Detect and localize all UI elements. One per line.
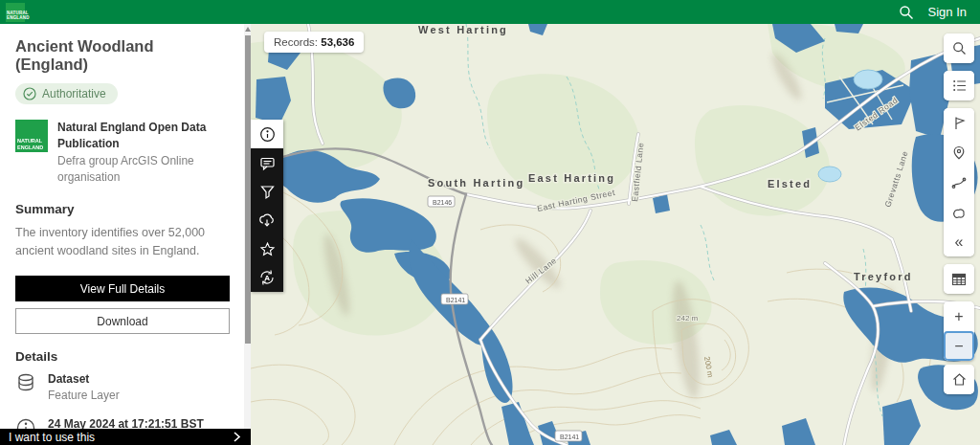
scrollbar-thumb[interactable] bbox=[245, 35, 251, 344]
home-button[interactable] bbox=[944, 365, 974, 394]
org-name: Natural England Open Data Publication bbox=[57, 120, 230, 153]
info-icon bbox=[259, 126, 276, 143]
basemap-icon bbox=[951, 206, 967, 219]
bookmark-flag-icon bbox=[952, 116, 967, 130]
measure-icon bbox=[951, 176, 967, 189]
i-want-to-use-this-bar[interactable]: I want to use this bbox=[0, 429, 251, 445]
comment-tool-button[interactable] bbox=[251, 148, 283, 177]
detail-info-updated: 24 May 2024 at 17:21:51 BST Info Updated bbox=[15, 416, 230, 429]
map-search-button[interactable] bbox=[944, 33, 974, 63]
sign-in-link[interactable]: Sign In bbox=[928, 5, 967, 19]
check-circle-icon bbox=[23, 87, 36, 100]
authoritative-badge: Authoritative bbox=[15, 83, 118, 104]
info-tool-button[interactable] bbox=[251, 120, 283, 148]
map-canvas[interactable]: West Harting South Harting East Harting … bbox=[251, 24, 980, 445]
location-button[interactable] bbox=[944, 138, 974, 167]
open-table-button[interactable] bbox=[944, 264, 974, 294]
detail-dataset: Dataset Feature Layer bbox=[15, 371, 230, 404]
chevron-right-icon bbox=[233, 432, 241, 442]
favorite-tool-button[interactable] bbox=[251, 234, 283, 263]
map-label-242m: 242 m bbox=[677, 314, 699, 323]
database-icon bbox=[15, 372, 36, 393]
legend-icon bbox=[952, 78, 967, 93]
comment-icon bbox=[259, 155, 276, 171]
filter-icon bbox=[259, 184, 276, 200]
records-value: 53,636 bbox=[321, 36, 354, 48]
map-label-treyford: Treyford bbox=[854, 271, 913, 282]
records-count-badge: Records: 53,636 bbox=[264, 32, 364, 53]
org-logo: NATURAL ENGLAND bbox=[15, 120, 48, 152]
map-container: West Harting South Harting East Harting … bbox=[251, 24, 980, 445]
collapse-icon: « bbox=[955, 234, 964, 250]
filter-tool-button[interactable] bbox=[251, 177, 283, 206]
star-icon bbox=[259, 241, 276, 257]
legend-button[interactable] bbox=[944, 71, 974, 100]
map-tools: « + − bbox=[944, 33, 974, 402]
search-icon[interactable] bbox=[896, 2, 917, 23]
top-nav-bar: NATURAL ENGLAND Sign In bbox=[0, 0, 980, 24]
map-label-south-harting: South Harting bbox=[428, 177, 524, 189]
svg-text:B2141: B2141 bbox=[446, 297, 465, 303]
summary-text: The inventory identifies over 52,000 anc… bbox=[15, 224, 230, 261]
zoom-out-button[interactable]: − bbox=[944, 331, 974, 361]
map-label-west-harting: West Harting bbox=[418, 24, 508, 35]
location-pin-icon bbox=[952, 145, 966, 160]
details-heading: Details bbox=[15, 349, 230, 364]
download-button[interactable]: Download bbox=[15, 308, 230, 334]
org-subtitle: Defra group ArcGIS Online organisation bbox=[57, 153, 230, 187]
sidebar-scrollbar[interactable] bbox=[244, 24, 251, 429]
natural-england-logo[interactable]: NATURAL ENGLAND bbox=[6, 3, 25, 22]
map-side-toolbar: A bbox=[251, 120, 283, 292]
road-shield-b2141-south: B2141 bbox=[555, 431, 582, 441]
zoom-in-button[interactable]: + bbox=[944, 301, 974, 331]
item-details-panel: Ancient Woodland (England) Authoritative… bbox=[0, 24, 251, 445]
svg-text:B2146: B2146 bbox=[433, 199, 452, 206]
minus-icon: − bbox=[954, 339, 963, 354]
organisation-link[interactable]: NATURAL ENGLAND Natural England Open Dat… bbox=[15, 120, 230, 187]
page-title: Ancient Woodland (England) bbox=[15, 37, 230, 74]
map-label-east-harting: East Harting bbox=[528, 172, 615, 184]
road-shield-b2146: B2146 bbox=[428, 196, 455, 207]
plus-icon: + bbox=[954, 309, 963, 324]
summary-heading: Summary bbox=[15, 202, 230, 216]
svg-text:B2141: B2141 bbox=[560, 434, 579, 440]
bookmarks-button[interactable] bbox=[944, 108, 974, 138]
scrollbar-up-arrow[interactable] bbox=[245, 27, 251, 32]
logo-text: NATURAL ENGLAND bbox=[7, 11, 22, 20]
search-icon bbox=[952, 41, 967, 56]
translate-icon: A bbox=[258, 269, 276, 286]
info-icon bbox=[15, 417, 36, 429]
badge-label: Authoritative bbox=[42, 87, 106, 100]
svg-text:A: A bbox=[264, 274, 270, 282]
collapse-button[interactable]: « bbox=[944, 227, 974, 256]
download-tool-button[interactable] bbox=[251, 206, 283, 234]
home-icon bbox=[952, 372, 967, 387]
road-shield-b2141: B2141 bbox=[441, 294, 468, 304]
basemap-button[interactable] bbox=[944, 197, 974, 227]
cloud-download-icon bbox=[258, 211, 276, 229]
view-full-details-button[interactable]: View Full Details bbox=[15, 276, 230, 301]
map-label-elsted: Elsted bbox=[768, 178, 812, 189]
measure-button[interactable] bbox=[944, 167, 974, 197]
table-icon bbox=[951, 273, 967, 286]
translate-tool-button[interactable]: A bbox=[251, 263, 283, 292]
